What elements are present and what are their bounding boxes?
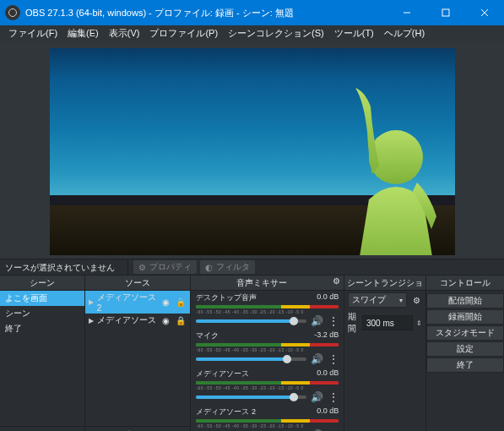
mixer-channel: マイク-3.2 dB🔊⋮ (191, 329, 344, 367)
meter-scale (196, 423, 339, 428)
channel-options-button[interactable]: ⋮ (327, 315, 339, 327)
scene-up-button[interactable]: ∧ (37, 428, 52, 432)
no-source-selected-label: ソースが選択されていません (0, 259, 128, 275)
menu-help[interactable]: ヘルプ(H) (379, 25, 430, 41)
channel-db: 0.0 dB (317, 292, 339, 303)
channel-db: 0.0 dB (317, 368, 339, 379)
sources-header: ソース (85, 276, 191, 291)
remove-scene-button[interactable]: − (20, 428, 35, 432)
chevron-right-icon: ▶ (89, 298, 94, 306)
menu-edit[interactable]: 編集(E) (62, 25, 104, 41)
meter-scale (196, 347, 339, 352)
volume-slider[interactable] (196, 396, 306, 399)
transition-settings-button[interactable]: ⚙ (410, 294, 422, 306)
sources-list[interactable]: ▶ メディアソース 2 ◉ 🔒 ▶ メディアソース ◉ 🔒 (85, 291, 191, 426)
scene-down-button[interactable]: ∨ (54, 428, 69, 432)
channel-name: メディアソース (196, 368, 249, 379)
transition-duration-input[interactable] (362, 315, 413, 330)
vu-meter (196, 419, 339, 423)
transitions-header: シーントランジション (344, 276, 425, 291)
channel-db: 0.0 dB (317, 406, 339, 417)
gear-icon: ⚙ (138, 263, 146, 272)
scenes-header: シーン (0, 276, 84, 291)
speaker-icon[interactable]: 🔊 (310, 391, 323, 403)
start-recording-button[interactable]: 録画開始 (426, 309, 504, 325)
mixer-header: 音声ミキサー ⚙ (191, 276, 344, 291)
vu-meter (196, 381, 339, 385)
mixer-settings-button[interactable]: ⚙ (332, 276, 344, 287)
lock-toggle[interactable]: 🔒 (175, 314, 187, 326)
vu-meter (196, 305, 339, 308)
obs-icon (5, 5, 20, 20)
mixer-list: デスクトップ音声0.0 dB🔊⋮マイク-3.2 dB🔊⋮メディアソース0.0 d… (191, 291, 344, 431)
source-toolbar-row: ソースが選択されていません ⚙ プロパティ ◐ フィルタ (0, 259, 504, 276)
channel-name: マイク (196, 330, 219, 341)
volume-slider[interactable] (196, 319, 306, 323)
menu-scenecollection[interactable]: シーンコレクション(S) (223, 25, 329, 41)
menu-file[interactable]: ファイル(F) (3, 25, 62, 41)
source-down-button[interactable]: ∨ (156, 428, 171, 432)
meter-scale (196, 309, 339, 314)
close-button[interactable] (465, 0, 504, 25)
menu-view[interactable]: 表示(V) (104, 25, 145, 41)
menu-profile[interactable]: プロファイル(P) (144, 25, 223, 41)
maximize-button[interactable] (426, 0, 465, 25)
preview-area (0, 41, 504, 259)
media-figure (286, 81, 447, 255)
speaker-icon[interactable]: 🔊 (310, 315, 323, 327)
app-window: OBS 27.1.3 (64-bit, windows) - プロファイル: 録… (0, 0, 504, 431)
scenes-list[interactable]: よこを画面 シーン 終了 (0, 291, 84, 426)
titlebar: OBS 27.1.3 (64-bit, windows) - プロファイル: 録… (0, 0, 504, 25)
chevron-down-icon: ▾ (399, 297, 403, 304)
add-scene-button[interactable]: + (3, 428, 19, 432)
properties-button[interactable]: ⚙ プロパティ (133, 260, 197, 274)
exit-button[interactable]: 終了 (426, 357, 504, 373)
program-preview[interactable] (50, 48, 455, 255)
controls-header: コントロール (426, 276, 504, 291)
channel-options-button[interactable]: ⋮ (327, 391, 339, 403)
start-streaming-button[interactable]: 配信開始 (426, 293, 504, 308)
channel-name: メディアソース 2 (196, 406, 256, 417)
remove-source-button[interactable]: − (106, 428, 121, 432)
settings-button[interactable]: 設定 (426, 341, 504, 357)
speaker-icon[interactable]: 🔊 (310, 353, 323, 365)
svg-rect-1 (442, 9, 449, 16)
sources-dock: ソース ▶ メディアソース 2 ◉ 🔒 ▶ メディアソース ◉ 🔒 + − (85, 276, 192, 431)
transition-select[interactable]: スワイプ ▾ (348, 292, 407, 308)
channel-db: -3.2 dB (314, 330, 339, 341)
lock-toggle[interactable]: 🔒 (175, 297, 187, 308)
volume-slider[interactable] (196, 357, 306, 361)
source-item[interactable]: ▶ メディアソース ◉ 🔒 (85, 314, 191, 327)
stepper-icon[interactable]: ⇕ (416, 319, 422, 327)
visibility-toggle[interactable]: ◉ (160, 314, 171, 326)
visibility-toggle[interactable]: ◉ (160, 297, 171, 308)
minimize-button[interactable] (387, 0, 426, 25)
scene-item[interactable]: シーン (0, 306, 84, 321)
mixer-dock: 音声ミキサー ⚙ デスクトップ音声0.0 dB🔊⋮マイク-3.2 dB🔊⋮メディ… (191, 276, 344, 431)
source-up-button[interactable]: ∧ (139, 428, 154, 432)
source-settings-button[interactable]: ⚙ (122, 428, 138, 432)
scene-item[interactable]: 終了 (0, 321, 84, 336)
channel-name: デスクトップ音声 (196, 292, 257, 303)
mixer-channel: メディアソース 20.0 dB🔊⋮ (191, 405, 344, 431)
scene-item[interactable]: よこを画面 (0, 291, 84, 306)
filters-button[interactable]: ◐ フィルタ (200, 260, 255, 274)
docks: シーン よこを画面 シーン 終了 + − ∧ ∨ ソース ▶ メディアソース 2… (0, 276, 504, 431)
studio-mode-button[interactable]: スタジオモード (426, 325, 504, 341)
source-item[interactable]: ▶ メディアソース 2 ◉ 🔒 (85, 291, 191, 314)
mixer-channel: デスクトップ音声0.0 dB🔊⋮ (191, 291, 344, 329)
controls-dock: コントロール 配信開始 録画開始 スタジオモード 設定 終了 (426, 276, 504, 431)
vu-meter (196, 343, 339, 346)
channel-options-button[interactable]: ⋮ (327, 353, 339, 365)
add-source-button[interactable]: + (89, 428, 104, 432)
scenes-dock: シーン よこを画面 シーン 終了 + − ∧ ∨ (0, 276, 85, 431)
menu-tools[interactable]: ツール(T) (329, 25, 379, 41)
meter-scale (196, 385, 339, 390)
window-title: OBS 27.1.3 (64-bit, windows) - プロファイル: 録… (25, 7, 387, 19)
mixer-channel: メディアソース0.0 dB🔊⋮ (191, 367, 344, 405)
menubar: ファイル(F) 編集(E) 表示(V) プロファイル(P) シーンコレクション(… (0, 25, 504, 41)
duration-label: 期間 (348, 311, 359, 335)
filter-icon: ◐ (205, 263, 213, 272)
chevron-right-icon: ▶ (89, 317, 94, 325)
transitions-dock: シーントランジション スワイプ ▾ ⚙ 期間 ⇕ (344, 276, 426, 431)
